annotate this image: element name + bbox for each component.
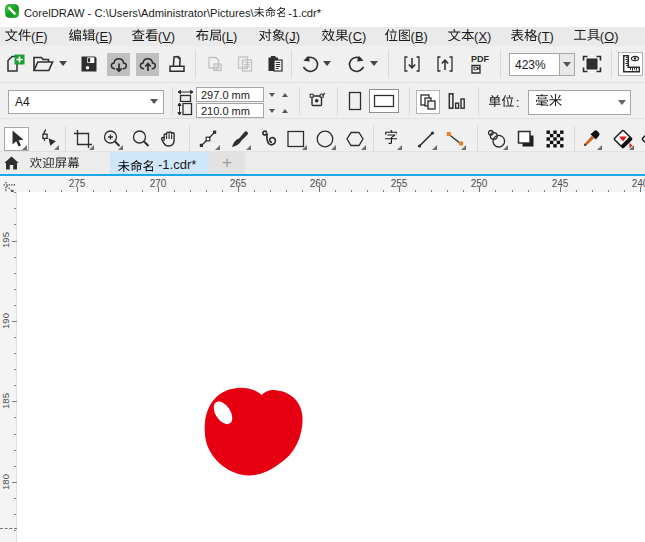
svg-text:PDF: PDF — [471, 54, 490, 64]
